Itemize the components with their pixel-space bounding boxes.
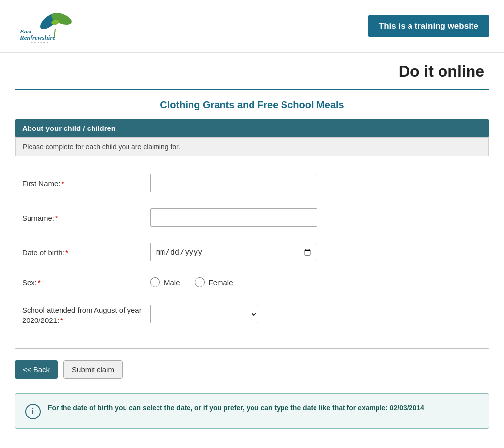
section-note: Please complete for each child you are c… [15,137,489,156]
surname-required: * [55,214,58,222]
dob-label: Date of birth:* [22,248,150,256]
training-badge: This is a training website [368,15,489,37]
sex-male-radio[interactable] [150,277,160,287]
section-header: About your child / children [15,119,489,137]
first-name-input[interactable] [150,174,317,192]
main-content: Do it online Clothing Grants and Free Sc… [0,53,504,444]
dob-required: * [65,248,68,256]
dob-input[interactable] [150,243,317,261]
council-logo: East Renfrewshire COUNCIL [15,9,94,43]
section-divider [15,89,489,90]
first-name-required: * [62,179,64,188]
info-text: For the date of birth you can select the… [48,403,424,413]
sex-male-option[interactable]: Male [150,277,180,287]
sex-required: * [38,278,41,287]
page-header: East Renfrewshire COUNCIL This is a trai… [0,0,504,53]
school-required: * [60,316,63,324]
info-icon: i [25,404,41,419]
form-body: First Name:* Surname:* Date of birth:* [15,166,489,348]
sex-male-label: Male [164,278,180,287]
info-box: i For the date of birth you can select t… [15,393,489,429]
sex-row: Sex:* Male Female [22,274,482,290]
first-name-row: First Name:* [22,171,482,195]
sex-female-option[interactable]: Female [195,277,233,287]
svg-point-1 [50,10,73,27]
school-label: School attended from August of year 2020… [22,305,150,325]
page-title: Do it online [15,63,489,81]
logo-area: East Renfrewshire COUNCIL [15,9,368,43]
surname-input[interactable] [150,208,317,227]
child-form-container: About your child / children Please compl… [15,119,489,349]
sex-female-label: Female [209,278,233,287]
button-row: << Back Submit claim [15,360,489,379]
surname-row: Surname:* [22,205,482,230]
submit-button[interactable]: Submit claim [63,360,123,379]
sex-label: Sex:* [22,278,150,287]
sex-radio-group: Male Female [150,277,233,287]
school-select[interactable] [150,305,258,323]
sex-female-radio[interactable] [195,277,205,287]
svg-text:Renfrewshire: Renfrewshire [19,34,55,41]
surname-label: Surname:* [22,214,150,222]
form-title: Clothing Grants and Free School Meals [15,99,489,111]
dob-row: Date of birth:* [22,240,482,264]
first-name-label: First Name:* [22,179,150,188]
svg-text:COUNCIL: COUNCIL [31,42,50,43]
school-row: School attended from August of year 2020… [22,300,482,328]
back-button[interactable]: << Back [15,360,58,379]
